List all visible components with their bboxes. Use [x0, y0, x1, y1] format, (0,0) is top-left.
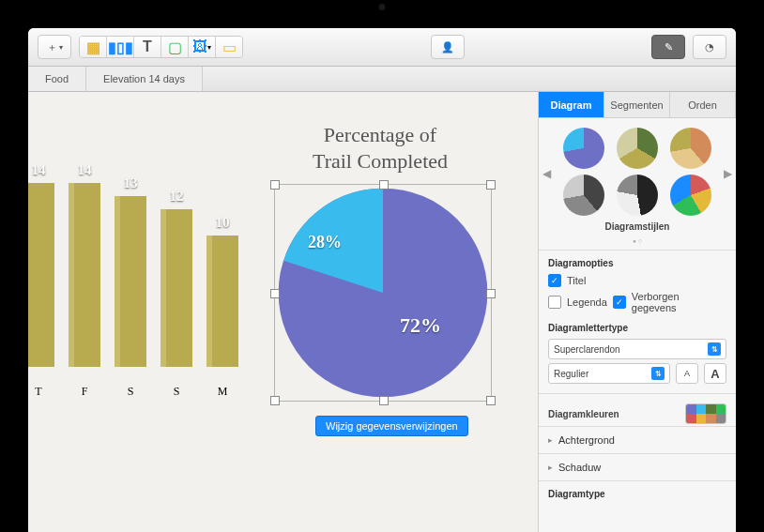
chart-icon[interactable]: ▮▯▮	[107, 37, 134, 57]
title-checkbox[interactable]	[548, 274, 561, 287]
resize-handle[interactable]	[379, 396, 389, 405]
pie-slice-label: 28%	[308, 233, 342, 252]
style-swatch[interactable]	[617, 128, 658, 169]
resize-handle[interactable]	[486, 396, 496, 405]
style-swatch[interactable]	[617, 175, 658, 216]
sheet-tab-food[interactable]: Food	[28, 67, 86, 91]
format-button[interactable]: ✎	[651, 35, 685, 59]
shape-icon[interactable]: ▢	[161, 37, 189, 57]
brush-icon: ✎	[665, 41, 673, 53]
bar-value: 13	[124, 175, 138, 191]
resize-handle[interactable]	[379, 180, 389, 190]
style-swatch[interactable]	[670, 128, 711, 169]
font-larger-button[interactable]: A	[704, 363, 726, 384]
chevron-down-icon: ▾	[59, 43, 63, 52]
edit-data-references-button[interactable]: Wijzig gegevensverwijzingen	[315, 416, 468, 436]
view-mode-segment[interactable]: ▦ ▮▯▮ T ▢ 🖼▾ ▭	[79, 36, 243, 58]
bar-value: 10	[216, 215, 230, 231]
filter-button[interactable]: ◔	[693, 35, 726, 59]
font-heading: Diagramlettertype	[539, 315, 736, 337]
pie-chart[interactable]: 28% 72%	[274, 184, 492, 402]
chart-styles-grid	[539, 118, 736, 220]
style-swatch[interactable]	[670, 175, 711, 216]
tab-segmenten[interactable]: Segmenten	[604, 92, 670, 118]
triangle-right-icon: ▸	[548, 435, 553, 445]
resize-handle[interactable]	[270, 396, 280, 405]
triangle-right-icon: ▸	[548, 463, 553, 472]
tab-orden[interactable]: Orden	[670, 92, 736, 118]
font-smaller-button[interactable]: A	[676, 363, 698, 384]
selection-outline	[274, 184, 492, 402]
resize-handle[interactable]	[270, 180, 280, 190]
media-icon[interactable]: 🖼▾	[189, 37, 216, 57]
comment-icon[interactable]: ▭	[216, 37, 242, 57]
canvas[interactable]: 14 14 13 12 10 T F S S M Percentage of T…	[28, 92, 538, 532]
bar-chart[interactable]: 14 14 13 12 10	[28, 183, 238, 367]
collab-button[interactable]: 👤	[431, 35, 465, 59]
chevron-updown-icon: ⇅	[651, 367, 665, 380]
pie-slice-label: 72%	[400, 313, 441, 338]
background-disclosure[interactable]: ▸ Achtergrond	[539, 426, 736, 453]
chevron-updown-icon: ⇅	[708, 342, 721, 356]
options-heading: Diagramopties	[539, 250, 736, 272]
colors-label: Diagramkleuren	[548, 409, 619, 419]
sheet-tab-elevation[interactable]: Elevation 14 days	[86, 67, 203, 91]
resize-handle[interactable]	[486, 180, 496, 190]
filter-icon: ◔	[705, 41, 714, 53]
text-icon[interactable]: T	[134, 37, 161, 57]
collab-icon: 👤	[441, 41, 454, 53]
sheet-tabs: Food Elevation 14 days	[28, 67, 736, 92]
table-icon[interactable]: ▦	[80, 37, 107, 57]
bar-value: 14	[32, 162, 46, 178]
chart-colors-button[interactable]	[685, 403, 726, 424]
pager-dots: ● ○	[539, 237, 736, 250]
styles-label: Diagramstijlen	[539, 220, 736, 237]
style-swatch[interactable]	[563, 175, 604, 216]
resize-handle[interactable]	[270, 289, 280, 298]
plus-icon: ＋	[47, 40, 57, 54]
bar-value: 12	[170, 189, 184, 205]
resize-handle[interactable]	[486, 289, 496, 298]
type-heading: Diagramtype	[539, 480, 736, 503]
insert-button[interactable]: ＋ ▾	[38, 35, 71, 59]
legend-checkbox[interactable]	[548, 296, 561, 309]
main-toolbar: ＋ ▾ ▦ ▮▯▮ T ▢ 🖼▾ ▭ 👤 ✎ ◔	[28, 28, 736, 67]
chart-title[interactable]: Percentage of Trail Completed	[272, 122, 488, 174]
hidden-data-checkbox[interactable]	[613, 296, 626, 309]
style-swatch[interactable]	[563, 128, 604, 169]
hidden-data-checkbox-label: Verborgen gegevens	[632, 291, 726, 313]
title-checkbox-label: Titel	[567, 275, 586, 286]
font-style-select[interactable]: Regulier ⇅	[548, 363, 670, 384]
inspector: Diagram Segmenten Orden ◀ ▶ Dia	[538, 92, 736, 532]
legend-checkbox-label: Legenda	[567, 296, 607, 308]
bar-value: 14	[78, 162, 92, 178]
shadow-disclosure[interactable]: ▸ Schaduw	[539, 453, 736, 480]
tab-diagram[interactable]: Diagram	[539, 92, 604, 118]
font-family-select[interactable]: Superclarendon ⇅	[548, 339, 726, 359]
bar-categories: T F S S M	[28, 385, 238, 399]
